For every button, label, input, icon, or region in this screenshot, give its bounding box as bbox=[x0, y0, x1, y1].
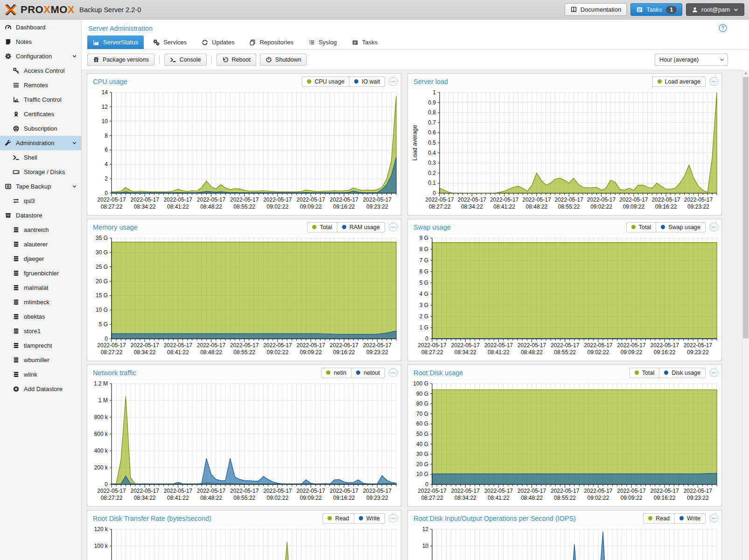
sidebar-item-label: alauterer bbox=[24, 241, 48, 248]
sidebar-item-storage-disks[interactable]: Storage / Disks bbox=[0, 165, 81, 179]
sidebar-item-wlink[interactable]: wlink bbox=[0, 367, 81, 382]
help-icon[interactable]: ? bbox=[719, 24, 727, 32]
minus-circle-icon[interactable] bbox=[709, 368, 718, 377]
chart-legend: TotalRAM usage bbox=[307, 222, 385, 232]
sidebar-item-malmalat[interactable]: malmalat bbox=[0, 280, 81, 295]
sidebar-item-configuration[interactable]: Configuration bbox=[0, 49, 81, 63]
sidebar-item-dashboard[interactable]: Dashboard bbox=[0, 20, 81, 35]
sidebar-item-fgruenbichler[interactable]: fgruenbichler bbox=[0, 266, 81, 280]
svg-text:08:55:22: 08:55:22 bbox=[233, 495, 255, 501]
tab-tasks[interactable]: Tasks bbox=[346, 35, 383, 49]
minus-circle-icon[interactable] bbox=[709, 77, 718, 86]
legend-dot bbox=[354, 79, 358, 84]
scrollbar-up-arrow[interactable]: ▲ bbox=[742, 71, 749, 75]
svg-text:400 k: 400 k bbox=[94, 448, 108, 454]
sidebar-item-notes[interactable]: Notes bbox=[0, 35, 81, 49]
panel-title: Root Disk Input/Output Operations per Se… bbox=[413, 515, 643, 522]
minus-circle-icon[interactable] bbox=[389, 514, 398, 523]
svg-text:09:23:22: 09:23:22 bbox=[687, 349, 709, 356]
tab-serverstatus[interactable]: ServerStatus bbox=[87, 35, 144, 49]
legend-ram-usage[interactable]: RAM usage bbox=[337, 222, 385, 232]
documentation-button[interactable]: Documentation bbox=[565, 3, 627, 16]
svg-text:08:48:22: 08:48:22 bbox=[200, 349, 222, 356]
package-versions-button[interactable]: Package versions bbox=[87, 54, 154, 66]
sidebar-item-obektas[interactable]: obektas bbox=[0, 309, 81, 324]
chevron-down-icon[interactable] bbox=[72, 54, 77, 59]
tasks-button[interactable]: Tasks 1 bbox=[630, 3, 682, 16]
svg-text:2022-05-17: 2022-05-17 bbox=[164, 488, 193, 494]
chevron-down-icon[interactable] bbox=[72, 184, 77, 189]
tab-services[interactable]: Services bbox=[147, 35, 192, 49]
timeframe-select[interactable]: Hour (average) bbox=[655, 54, 728, 66]
sidebar-item-qsl3[interactable]: qsl3 bbox=[0, 194, 81, 208]
legend-cpu-usage[interactable]: CPU usage bbox=[302, 77, 350, 87]
reboot-button[interactable]: Reboot bbox=[217, 54, 256, 66]
minus-circle-icon[interactable] bbox=[709, 223, 718, 231]
svg-text:09:16:22: 09:16:22 bbox=[333, 349, 355, 356]
legend-read[interactable]: Read bbox=[322, 513, 354, 524]
sidebar-item-subscription[interactable]: Subscription bbox=[0, 121, 81, 136]
tasks-count-badge: 1 bbox=[666, 6, 677, 14]
database-icon bbox=[13, 313, 20, 320]
minus-circle-icon[interactable] bbox=[389, 223, 398, 231]
legend-total[interactable]: Total bbox=[630, 368, 659, 378]
svg-text:800 k: 800 k bbox=[94, 414, 108, 420]
legend-load-average[interactable]: Load average bbox=[652, 77, 706, 87]
legend-write[interactable]: Write bbox=[354, 513, 385, 524]
legend-swap-usage[interactable]: Swap usage bbox=[656, 222, 706, 232]
legend-netin[interactable]: netin bbox=[321, 368, 351, 378]
sidebar-item-tape-backup[interactable]: Tape Backup bbox=[0, 179, 81, 194]
tab-updates[interactable]: Updates bbox=[196, 35, 240, 49]
sidebar-item-datastore[interactable]: Datastore bbox=[0, 208, 81, 223]
panel-header: Network trafficnetinnetout bbox=[87, 365, 401, 380]
svg-text:2022-05-17: 2022-05-17 bbox=[197, 488, 226, 494]
user-menu-button[interactable]: root@pam bbox=[686, 3, 744, 16]
sidebar-item-traffic-control[interactable]: Traffic Control bbox=[0, 92, 81, 107]
chart-legend: TotalDisk usage bbox=[630, 368, 706, 378]
toolbar: Package versionsConsoleRebootShutdownHou… bbox=[82, 49, 749, 70]
tab-syslog[interactable]: Syslog bbox=[303, 35, 343, 49]
sidebar-item-remotes[interactable]: Remotes bbox=[0, 78, 81, 92]
sidebar-item-access-control[interactable]: Access Control bbox=[0, 63, 81, 78]
sidebar-item-tlamprecht[interactable]: tlamprecht bbox=[0, 338, 81, 353]
sidebar-item-add-datastore[interactable]: Add Datastore bbox=[0, 382, 81, 396]
sidebar-item-store1[interactable]: store1 bbox=[0, 324, 81, 338]
chevron-down-icon[interactable] bbox=[72, 140, 77, 146]
legend-total[interactable]: Total bbox=[626, 222, 656, 232]
vertical-scrollbar[interactable]: ▲ bbox=[742, 70, 749, 560]
svg-text:08:48:22: 08:48:22 bbox=[200, 203, 222, 210]
svg-text:09:09:22: 09:09:22 bbox=[621, 495, 643, 501]
svg-text:08:41:22: 08:41:22 bbox=[488, 495, 510, 501]
plus-circle-icon bbox=[13, 385, 20, 392]
sidebar-item-certificates[interactable]: Certificates bbox=[0, 107, 81, 121]
legend-total[interactable]: Total bbox=[307, 222, 337, 232]
console-button[interactable]: Console bbox=[164, 54, 207, 66]
sidebar-item-shell[interactable]: Shell bbox=[0, 150, 81, 165]
legend-io-wait[interactable]: IO wait bbox=[349, 77, 385, 87]
legend-disk-usage[interactable]: Disk usage bbox=[659, 368, 706, 378]
shutdown-button[interactable]: Shutdown bbox=[260, 54, 307, 66]
sidebar-item-aantreich[interactable]: aantreich bbox=[0, 223, 81, 237]
list-box-icon bbox=[636, 6, 643, 13]
svg-text:600 k: 600 k bbox=[94, 431, 108, 437]
sidebar-item-mlimbeck[interactable]: mlimbeck bbox=[0, 295, 81, 309]
svg-text:0.2: 0.2 bbox=[428, 170, 436, 176]
svg-text:2022-05-17: 2022-05-17 bbox=[230, 196, 259, 203]
tab-repositories[interactable]: Repositories bbox=[244, 35, 299, 49]
minus-circle-icon[interactable] bbox=[709, 514, 718, 523]
svg-text:0.7: 0.7 bbox=[428, 119, 436, 126]
scrollbar-thumb[interactable] bbox=[743, 77, 749, 338]
sidebar-item-djaeger[interactable]: djaeger bbox=[0, 252, 81, 266]
sidebar-item-wbumiller[interactable]: wbumiller bbox=[0, 353, 81, 367]
legend-read[interactable]: Read bbox=[643, 513, 675, 524]
sidebar-item-alauterer[interactable]: alauterer bbox=[0, 237, 81, 252]
legend-label: CPU usage bbox=[315, 78, 344, 85]
legend-write[interactable]: Write bbox=[674, 513, 706, 524]
svg-text:3 G: 3 G bbox=[420, 302, 428, 308]
minus-circle-icon[interactable] bbox=[389, 77, 398, 86]
minus-circle-icon[interactable] bbox=[389, 368, 398, 377]
legend-netout[interactable]: netout bbox=[351, 368, 385, 378]
sidebar-item-label: Dashboard bbox=[16, 24, 46, 31]
svg-text:2022-05-17: 2022-05-17 bbox=[97, 342, 126, 349]
sidebar-item-administration[interactable]: Administration bbox=[0, 136, 81, 150]
